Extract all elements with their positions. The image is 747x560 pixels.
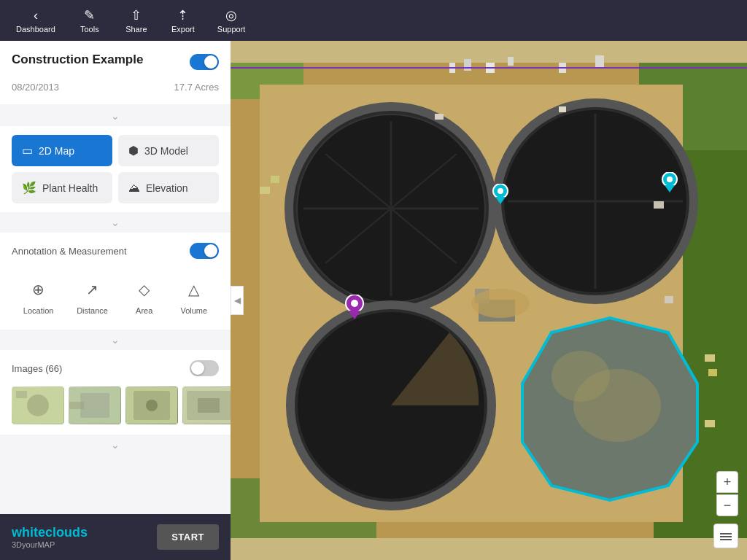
svg-point-8: [146, 400, 158, 411]
brand-footer: whiteclouds 3DyourMAP START: [0, 514, 231, 560]
view-btn-plant-health-label: Plant Health: [42, 182, 98, 194]
chevron-divider-4[interactable]: ⌄: [0, 435, 231, 455]
thumb-inner-4: [182, 386, 231, 424]
view-btn-elevation[interactable]: ⛰ Elevation: [118, 172, 219, 203]
svg-rect-18: [231, 41, 747, 63]
brand-cyan: clouds: [45, 525, 88, 540]
distance-icon: ↗: [80, 276, 106, 303]
support-icon: ◎: [225, 7, 237, 23]
svg-point-46: [551, 351, 610, 402]
view-btn-2d-map-label: 2D Map: [39, 145, 74, 157]
start-button[interactable]: START: [157, 524, 219, 550]
nav-share[interactable]: ⇧ Share: [115, 3, 158, 38]
export-icon: ⇡: [177, 7, 188, 23]
aerial-map: [231, 41, 747, 560]
annotation-tools: ⊕ Location ↗ Distance ◇ Area △ Volume: [12, 269, 219, 319]
svg-rect-69: [720, 533, 732, 534]
svg-rect-71: [720, 539, 732, 540]
chevron-divider-1[interactable]: ⌄: [0, 106, 231, 126]
view-btn-plant-health[interactable]: 🌿 Plant Health: [12, 172, 112, 203]
thumbnail-2[interactable]: [69, 386, 121, 424]
view-btn-3d-model-label: 3D Model: [144, 145, 188, 157]
chevron-divider-3[interactable]: ⌄: [0, 330, 231, 350]
tool-area-label: Area: [136, 306, 152, 315]
back-icon: ‹: [34, 8, 38, 23]
sidebar: Construction Example 08/20/2013 17.7 Acr…: [0, 41, 231, 560]
location-icon: ⊕: [26, 276, 52, 303]
svg-rect-26: [595, 55, 604, 67]
zoom-out-button[interactable]: −: [716, 494, 738, 516]
tool-distance-label: Distance: [77, 306, 108, 315]
map-layers-button[interactable]: [713, 524, 738, 548]
project-info-section: Construction Example 08/20/2013 17.7 Acr…: [0, 41, 231, 104]
images-title: Images (66): [12, 363, 62, 374]
nav-share-label: Share: [125, 25, 147, 34]
thumb-inner-3: [125, 386, 178, 424]
volume-icon: △: [181, 276, 207, 303]
project-date: 08/20/2013: [12, 82, 59, 93]
tools-icon: ✎: [84, 7, 95, 23]
project-header: Construction Example: [12, 52, 219, 71]
thumbnail-4[interactable]: [182, 386, 231, 424]
map-controls: + −: [716, 471, 738, 516]
map-area[interactable]: ◀ + −: [231, 41, 747, 560]
images-toggle[interactable]: [190, 360, 219, 376]
plant-health-icon: 🌿: [22, 181, 36, 195]
svg-marker-64: [665, 185, 675, 192]
tool-volume[interactable]: △ Volume: [176, 272, 212, 319]
images-section: Images (66): [0, 350, 231, 435]
svg-rect-52: [435, 114, 444, 120]
svg-rect-51: [271, 176, 279, 183]
svg-rect-21: [449, 63, 455, 73]
svg-rect-58: [705, 420, 715, 427]
view-modes-section: ▭ 2D Map ⬢ 3D Model 🌿 Plant Health ⛰ Ele…: [0, 126, 231, 212]
svg-point-65: [667, 176, 673, 182]
pin-cyan-2: [661, 172, 678, 197]
brand-white: white: [12, 525, 45, 540]
brand-info: whiteclouds 3DyourMAP: [12, 525, 88, 549]
nav-support-label: Support: [217, 25, 246, 34]
nav-tools-label: Tools: [80, 25, 99, 34]
project-toggle[interactable]: [190, 54, 219, 70]
share-icon: ⇧: [131, 7, 142, 23]
svg-rect-4: [80, 393, 109, 418]
svg-rect-53: [559, 106, 566, 112]
thumbnail-3[interactable]: [125, 386, 178, 424]
nav-export[interactable]: ⇡ Export: [162, 3, 204, 38]
svg-rect-1: [27, 394, 49, 416]
chevron-divider-2[interactable]: ⌄: [0, 212, 231, 233]
svg-rect-23: [486, 63, 495, 73]
svg-rect-19: [231, 538, 747, 560]
view-btn-2d-map[interactable]: ▭ 2D Map: [12, 135, 112, 166]
svg-rect-55: [665, 296, 673, 303]
view-btn-3d-model[interactable]: ⬢ 3D Model: [118, 135, 219, 166]
svg-point-62: [498, 188, 503, 194]
svg-point-59: [471, 289, 530, 318]
thumbnail-1[interactable]: [12, 386, 64, 424]
svg-rect-25: [559, 63, 566, 73]
3d-model-icon: ⬢: [128, 144, 139, 158]
top-nav: ‹ Dashboard ✎ Tools ⇧ Share ⇡ Export ◎ S…: [0, 0, 747, 41]
nav-export-label: Export: [171, 25, 195, 34]
zoom-in-button[interactable]: +: [716, 471, 738, 493]
tool-volume-label: Volume: [180, 306, 207, 315]
brand-name: whiteclouds: [12, 525, 88, 540]
elevation-icon: ⛰: [128, 182, 140, 195]
project-meta: 08/20/2013 17.7 Acres: [12, 82, 219, 93]
images-header: Images (66): [12, 360, 219, 376]
nav-support[interactable]: ◎ Support: [209, 3, 255, 38]
collapse-sidebar-button[interactable]: ◀: [231, 286, 244, 315]
pin-purple: [344, 295, 365, 324]
tool-location-label: Location: [23, 306, 54, 315]
tool-location[interactable]: ⊕ Location: [19, 272, 58, 319]
tool-area[interactable]: ◇ Area: [127, 272, 162, 319]
nav-tools[interactable]: ✎ Tools: [69, 3, 111, 38]
tool-distance[interactable]: ↗ Distance: [72, 272, 112, 319]
annotation-section: Annotation & Measurement ⊕ Location ↗ Di…: [0, 233, 231, 330]
nav-dashboard[interactable]: ‹ Dashboard: [7, 4, 64, 38]
main-content: Construction Example 08/20/2013 17.7 Acr…: [0, 41, 747, 560]
annotation-toggle[interactable]: [190, 243, 219, 259]
annotation-title: Annotation & Measurement: [12, 246, 127, 257]
svg-marker-61: [495, 197, 506, 204]
svg-point-68: [351, 300, 358, 307]
